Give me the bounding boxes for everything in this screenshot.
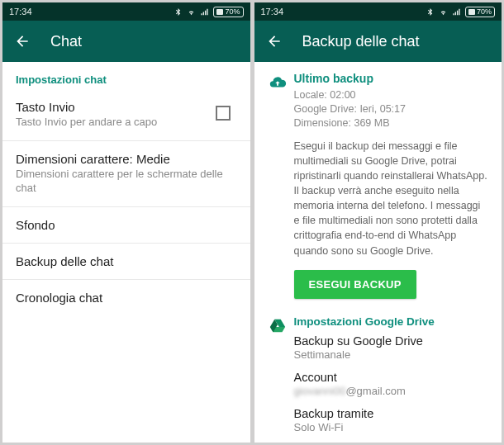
setting-chat-backup[interactable]: Backup delle chat bbox=[2, 244, 250, 280]
checkbox-icon[interactable] bbox=[216, 106, 231, 121]
google-drive-icon bbox=[269, 317, 287, 335]
back-icon[interactable] bbox=[266, 33, 283, 50]
screen-chat-settings: 17:34 70% Chat Impostazioni chat Tasto I… bbox=[2, 2, 250, 443]
signal-icon bbox=[452, 7, 461, 17]
app-bar: Chat bbox=[2, 21, 250, 62]
back-icon[interactable] bbox=[14, 33, 31, 50]
page-title: Chat bbox=[50, 33, 82, 50]
gdrive-frequency[interactable]: Backup su Google Drive Settimanale bbox=[294, 334, 489, 361]
page-title: Backup delle chat bbox=[302, 33, 420, 50]
backup-local-time: Locale: 02:00 bbox=[294, 88, 489, 102]
setting-chat-history[interactable]: Cronologia chat bbox=[2, 280, 250, 315]
status-time: 17:34 bbox=[9, 7, 32, 17]
setting-font-size[interactable]: Dimensioni carattere: Medie Dimensioni c… bbox=[2, 141, 250, 207]
battery-indicator: 70% bbox=[213, 7, 243, 17]
wifi-icon bbox=[439, 7, 448, 17]
signal-icon bbox=[200, 7, 209, 17]
setting-wallpaper[interactable]: Sfondo bbox=[2, 207, 250, 244]
bluetooth-icon bbox=[426, 7, 435, 17]
gdrive-account[interactable]: Account giovanni00@gmail.com bbox=[294, 371, 489, 397]
gdrive-network[interactable]: Backup tramite Solo Wi-Fi bbox=[294, 407, 489, 433]
wifi-icon bbox=[187, 7, 196, 17]
status-bar: 17:34 70% bbox=[254, 2, 502, 21]
status-bar: 17:34 70% bbox=[2, 2, 250, 21]
setting-enter-key[interactable]: Tasto Invio Tasto Invio per andare a cap… bbox=[2, 89, 250, 141]
bluetooth-icon bbox=[174, 7, 183, 17]
run-backup-button[interactable]: ESEGUI BACKUP bbox=[294, 270, 416, 299]
app-bar: Backup delle chat bbox=[254, 21, 502, 62]
backup-description: Esegui il backup dei messaggi e file mul… bbox=[294, 139, 489, 258]
gdrive-settings-heading: Impostazioni Google Drive bbox=[294, 315, 489, 328]
battery-indicator: 70% bbox=[465, 7, 495, 17]
backup-gdrive-time: Google Drive: Ieri, 05:17 bbox=[294, 102, 489, 116]
last-backup-heading: Ultimo backup bbox=[294, 72, 489, 85]
section-header-chat: Impostazioni chat bbox=[2, 62, 250, 89]
status-time: 17:34 bbox=[261, 7, 284, 17]
screen-chat-backup: 17:34 70% Backup delle chat Ultimo backu… bbox=[254, 2, 502, 443]
backup-size: Dimensione: 369 MB bbox=[294, 116, 489, 130]
cloud-upload-icon bbox=[269, 73, 287, 92]
